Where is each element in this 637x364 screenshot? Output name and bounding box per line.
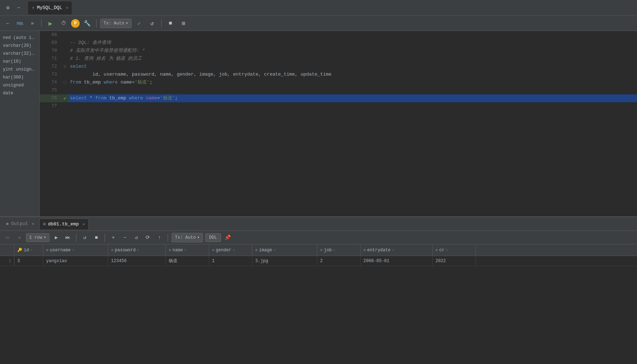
col-header-image[interactable]: ≡ image ⇅ (252, 244, 317, 256)
col-cr-icon: ≡ (435, 248, 438, 252)
output-tab[interactable]: ▶ Output ✕ (3, 219, 38, 229)
code-editor[interactable]: 68 69 -- DQL: 条件查询 70 # 实际开发中不推荐使用通配符: *… (40, 31, 637, 216)
main-area: ned (auto incr varchar(20) varchar(32) =… (0, 31, 637, 216)
sidebar-item-2: varchar(20) (0, 42, 39, 50)
output-tab-close[interactable]: ✕ (32, 221, 34, 226)
col-id-icon: 🔑 (17, 248, 22, 252)
first-row-button[interactable]: ⏮ (3, 233, 12, 242)
tb-emp-tab-label: db01.tb_emp (48, 221, 79, 227)
tb-emp-tab-close[interactable]: ✕ (83, 222, 85, 226)
table-row[interactable]: 1 3 yangxiao 123456 杨道 1 3.jpg 2 2008-05… (0, 256, 637, 266)
col-id-label: id (24, 248, 29, 253)
tx-label: Tx: Auto (103, 21, 124, 26)
last-row-button[interactable]: ⏭ (63, 233, 72, 242)
col-header-gender[interactable]: ≡ gender ⇅ (209, 244, 252, 256)
bottom-tabs: ▶ Output ✕ ⊞ db01.tb_emp ✕ (0, 217, 637, 231)
settings-button[interactable]: ⚙ (3, 3, 13, 13)
col-header-password[interactable]: ≡ password ⇅ (108, 244, 166, 256)
cell-username-1[interactable]: yangxiao (43, 256, 108, 266)
line-content-74: from tb_emp where name='杨道'; (68, 78, 637, 86)
col-header-id[interactable]: 🔑 id ⇅ (14, 244, 43, 256)
gutter-73 (61, 71, 68, 78)
tx-dropdown[interactable]: Tx: Auto ▾ (100, 19, 132, 28)
tab-bar: ⚙ − ⚡ MySQL_DQL ✕ (0, 0, 637, 16)
more-button[interactable]: » (27, 18, 37, 28)
code-line-73: 73 id, username, password, name, gender,… (40, 71, 637, 78)
upload-button[interactable]: ↑ (155, 233, 164, 242)
stop-data-button[interactable]: ■ (92, 233, 101, 242)
gutter-68 (61, 31, 68, 39)
line-num-74: 74 (40, 78, 61, 86)
prev-row-button[interactable]: ◀ (14, 233, 24, 242)
col-username-icon: ≡ (46, 248, 49, 252)
tb-emp-tab[interactable]: ⊞ db01.tb_emp ✕ (39, 219, 89, 229)
cell-name-1[interactable]: 杨道 (166, 256, 209, 266)
grid-row-num-header (0, 244, 14, 256)
col-entrydate-sort: ⇅ (392, 248, 394, 252)
row-count-display[interactable]: 1 row ▾ (26, 233, 49, 242)
col-header-entrydate[interactable]: ≡ entrydate ⇅ (360, 244, 433, 256)
col-name-label: name (173, 248, 183, 253)
undo-change-button[interactable]: ↺ (132, 233, 141, 242)
col-header-username[interactable]: ≡ username ⇅ (43, 244, 108, 256)
line-content-71: # 1. 查询 姓名 为 杨道 的员工 (68, 55, 637, 63)
line-content-77 (68, 102, 637, 110)
grid-button[interactable]: ⊞ (178, 18, 189, 29)
remove-row-button[interactable]: − (120, 233, 129, 242)
data-toolbar-divider-3 (168, 234, 168, 242)
col-header-job[interactable]: ≡ job ⇅ (317, 244, 360, 256)
refresh-data-button[interactable]: ↺ (80, 233, 89, 242)
col-job-label: job (324, 248, 332, 253)
cell-image-1[interactable]: 3.jpg (252, 256, 317, 266)
col-password-icon: ≡ (111, 248, 114, 252)
cell-job-1[interactable]: 2 (317, 256, 360, 266)
tab-label: MySQL_DQL (37, 5, 62, 10)
data-grid: 🔑 id ⇅ ≡ username ⇅ ≡ password ⇅ ≡ name … (0, 244, 637, 364)
col-image-icon: ≡ (255, 248, 258, 252)
commit-button[interactable]: ✓ (134, 18, 145, 29)
col-username-label: username (50, 248, 71, 253)
code-line-75: 75 (40, 86, 637, 94)
run-button[interactable]: ▶ (45, 18, 56, 29)
data-tx-dropdown[interactable]: Tx: Auto ▾ (172, 233, 203, 242)
cell-entrydate-1[interactable]: 2008-05-01 (360, 256, 433, 266)
cell-gender-1[interactable]: 1 (209, 256, 252, 266)
next-row-button[interactable]: ▶ (52, 233, 61, 242)
wrench-button[interactable]: 🔧 (82, 18, 93, 29)
tx-chevron: ▾ (126, 21, 128, 26)
gutter-70 (61, 47, 68, 55)
action-toolbar: ← SQL » ▶ ⏱ P 🔧 Tx: Auto ▾ ✓ ↺ ■ ⊞ (0, 16, 637, 31)
line-content-69: -- DQL: 条件查询 (68, 39, 637, 47)
code-line-69: 69 -- DQL: 条件查询 (40, 39, 637, 47)
cell-cr-1[interactable]: 2022 (433, 256, 476, 266)
ddl-label: DDL (209, 235, 217, 240)
fold-icon-74[interactable]: □ (63, 80, 66, 85)
code-line-74: 74 □ from tb_emp where name='杨道'; (40, 78, 637, 86)
pin-button[interactable]: 📌 (223, 233, 233, 242)
row-num-1: 1 (0, 256, 14, 266)
minimize-button[interactable]: − (14, 3, 24, 13)
add-row-button[interactable]: + (109, 233, 118, 242)
cell-id-1[interactable]: 3 (14, 256, 43, 266)
apply-change-button[interactable]: ⟳ (143, 233, 152, 242)
stop-button[interactable]: ■ (165, 18, 176, 29)
clock-button[interactable]: ⏱ (58, 18, 69, 29)
cell-password-1[interactable]: 123456 (108, 256, 166, 266)
sql-button[interactable]: SQL (15, 18, 25, 28)
sidebar-item-4: nar(10) (0, 58, 39, 66)
code-lines-container: 68 69 -- DQL: 条件查询 70 # 实际开发中不推荐使用通配符: *… (40, 31, 637, 216)
col-password-sort: ⇅ (137, 248, 139, 252)
mysql-dql-tab[interactable]: ⚡ MySQL_DQL ✕ (28, 1, 72, 14)
user-button[interactable]: P (71, 19, 80, 28)
tb-emp-tab-icon: ⊞ (43, 221, 46, 227)
tab-close-button[interactable]: ✕ (66, 5, 68, 10)
col-job-icon: ≡ (320, 248, 323, 252)
sidebar-item-1: ned (auto incr (0, 34, 39, 42)
rollback-button[interactable]: ↺ (147, 18, 158, 29)
back-button[interactable]: ← (3, 18, 13, 28)
sidebar-item-8: date (0, 89, 39, 97)
col-header-cr[interactable]: ≡ cr ⇅ (433, 244, 476, 256)
col-header-name[interactable]: ≡ name ⇅ (166, 244, 209, 256)
ddl-button[interactable]: DDL (205, 233, 221, 242)
fold-icon-72[interactable]: ▽ (63, 64, 66, 69)
